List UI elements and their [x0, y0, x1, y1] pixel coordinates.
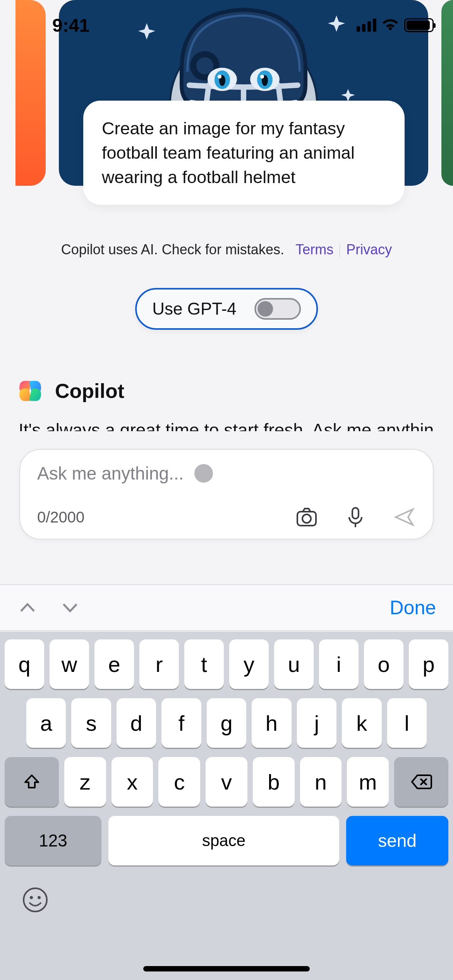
send-icon[interactable]: [393, 505, 416, 529]
key-numbers[interactable]: 123: [5, 816, 101, 865]
software-keyboard: q w e r t y u i o p a s d f g h j k l: [0, 632, 453, 980]
key-q[interactable]: q: [5, 639, 44, 689]
key-m[interactable]: m: [347, 757, 389, 807]
key-o[interactable]: o: [364, 639, 403, 689]
microphone-icon[interactable]: [344, 505, 367, 529]
form-prev-icon[interactable]: [17, 597, 38, 618]
key-b[interactable]: b: [253, 757, 295, 807]
svg-point-21: [302, 514, 311, 523]
key-backspace[interactable]: [394, 757, 448, 807]
char-counter: 0/2000: [37, 509, 84, 526]
home-indicator[interactable]: [143, 966, 310, 971]
status-bar: 9:41: [0, 0, 453, 50]
svg-point-27: [38, 896, 41, 899]
key-i[interactable]: i: [319, 639, 359, 689]
svg-point-5: [196, 57, 213, 74]
keyboard-accessory-bar: Done: [0, 584, 453, 631]
gpt4-toggle-pill[interactable]: Use GPT-4: [135, 288, 318, 330]
camera-icon[interactable]: [295, 505, 318, 529]
keyboard-bottom-bar: [0, 875, 453, 914]
key-d[interactable]: d: [117, 698, 156, 748]
cellular-icon: [357, 19, 376, 32]
svg-point-25: [24, 888, 47, 911]
key-s[interactable]: s: [71, 698, 111, 748]
key-k[interactable]: k: [342, 698, 381, 748]
screen: 9:41 Create an image for my fantasy foot…: [0, 0, 453, 980]
text-cursor-handle[interactable]: [194, 464, 213, 483]
key-shift[interactable]: [5, 757, 59, 807]
key-f[interactable]: f: [161, 698, 201, 748]
key-space[interactable]: space: [108, 816, 339, 865]
chat-input-card[interactable]: Ask me anything... 0/2000: [19, 449, 434, 540]
keyboard-row-4: 123 space send: [5, 816, 448, 865]
key-t[interactable]: t: [184, 639, 224, 689]
key-w[interactable]: w: [50, 639, 89, 689]
chat-input[interactable]: Ask me anything...: [37, 463, 184, 484]
key-a[interactable]: a: [26, 698, 66, 748]
key-z[interactable]: z: [64, 757, 106, 807]
status-indicators: [357, 18, 434, 32]
key-h[interactable]: h: [252, 698, 291, 748]
svg-rect-22: [352, 508, 359, 519]
form-next-icon[interactable]: [60, 597, 81, 618]
key-u[interactable]: u: [274, 639, 314, 689]
svg-point-26: [30, 896, 33, 899]
disclaimer-row: Copilot uses AI. Check for mistakes. Ter…: [0, 242, 453, 258]
keyboard-done-button[interactable]: Done: [390, 596, 436, 619]
key-g[interactable]: g: [207, 698, 246, 748]
emoji-icon[interactable]: [21, 886, 50, 914]
key-l[interactable]: l: [387, 698, 427, 748]
svg-point-12: [218, 75, 221, 79]
agent-name: Copilot: [55, 379, 124, 403]
agent-header: Copilot: [17, 378, 124, 404]
keyboard-row-2: a s d f g h j k l: [5, 698, 448, 748]
disclaimer-text: Copilot uses AI. Check for mistakes.: [61, 242, 284, 257]
key-p[interactable]: p: [409, 639, 448, 689]
key-j[interactable]: j: [297, 698, 336, 748]
gpt4-toggle-switch[interactable]: [254, 298, 301, 320]
key-c[interactable]: c: [158, 757, 200, 807]
key-y[interactable]: y: [229, 639, 269, 689]
keyboard-row-3: z x c v b n m: [5, 757, 448, 807]
privacy-link[interactable]: Privacy: [346, 242, 392, 257]
agent-greeting-clipped: It's always a great time to start fresh.…: [19, 420, 434, 431]
wifi-icon: [382, 19, 399, 32]
terms-link[interactable]: Terms: [295, 242, 333, 257]
svg-point-13: [260, 75, 264, 79]
svg-marker-2: [341, 89, 355, 101]
key-send[interactable]: send: [346, 816, 448, 865]
copilot-logo-icon: [17, 378, 43, 404]
battery-icon: [404, 18, 434, 32]
keyboard-row-1: q w e r t y u i o p: [5, 639, 448, 689]
key-e[interactable]: e: [94, 639, 134, 689]
key-v[interactable]: v: [206, 757, 247, 807]
key-x[interactable]: x: [112, 757, 153, 807]
example-prompt-bubble[interactable]: Create an image for my fantasy football …: [83, 101, 405, 205]
status-time: 9:41: [52, 15, 89, 36]
gpt4-toggle-label: Use GPT-4: [152, 299, 237, 319]
key-n[interactable]: n: [300, 757, 342, 807]
key-r[interactable]: r: [139, 639, 179, 689]
